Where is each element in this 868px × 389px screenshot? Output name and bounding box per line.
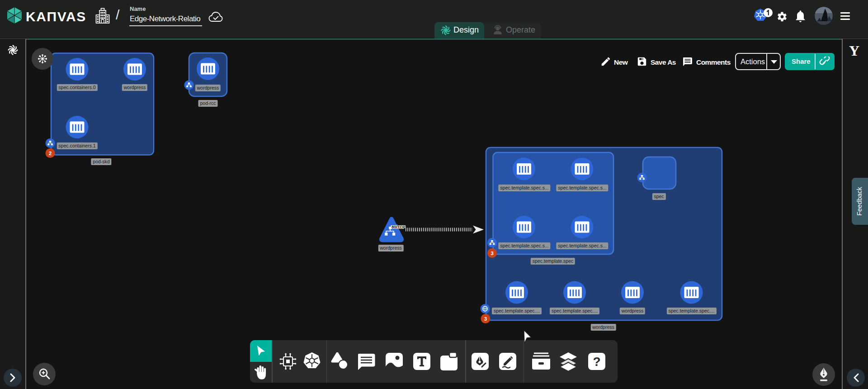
svg-text:?: ? xyxy=(593,355,600,369)
svg-text:2: 2 xyxy=(49,151,52,156)
svg-text:3: 3 xyxy=(491,251,493,256)
svg-text:3: 3 xyxy=(484,316,487,322)
